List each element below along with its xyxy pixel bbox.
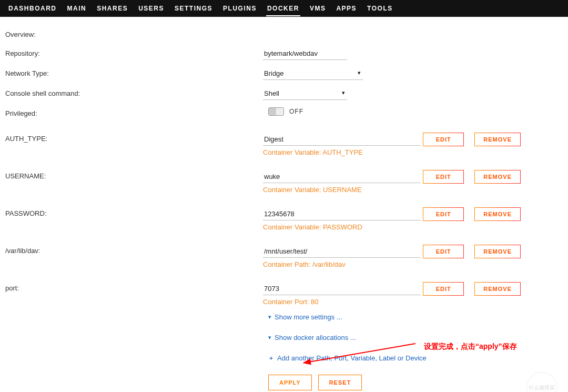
field-row: port:EDITREMOVEContainer Port: 80 (5, 280, 568, 308)
edit-button[interactable]: EDIT (423, 133, 464, 146)
nav-users[interactable]: USERS (133, 1, 169, 16)
nav-dashboard[interactable]: DASHBOARD (3, 1, 62, 16)
edit-button[interactable]: EDIT (423, 282, 464, 296)
show-alloc-text: Show docker allocations ... (275, 334, 356, 341)
overview-label: Overview: (5, 28, 263, 38)
remove-button[interactable]: REMOVE (474, 170, 521, 184)
show-more-settings-link[interactable]: ▾ Show more settings ... (268, 313, 568, 321)
remove-button[interactable]: REMOVE (474, 207, 521, 221)
remove-button[interactable]: REMOVE (474, 133, 521, 146)
show-docker-allocations-link[interactable]: ▾ Show docker allocations ... (268, 334, 568, 341)
privileged-label: Privileged: (5, 107, 263, 117)
apply-button[interactable]: APPLY (268, 375, 312, 390)
field-label: AUTH_TYPE: (5, 133, 263, 143)
nav-vms[interactable]: VMS (305, 1, 331, 16)
chevron-down-icon: ▾ (268, 334, 271, 341)
docker-edit-page: Overview: Repository: Network Type: Brid… (0, 17, 568, 392)
nav-docker[interactable]: DOCKER (262, 1, 305, 16)
plus-icon: ＋ (268, 354, 274, 362)
show-more-text: Show more settings ... (275, 313, 342, 321)
network-type-select[interactable]: Bridge (263, 67, 363, 80)
nav-tools[interactable]: TOOLS (362, 1, 398, 16)
field-caption: Container Path: /var/lib/dav (263, 260, 346, 268)
add-another-text: Add another Path, Port, Variable, Label … (277, 354, 427, 362)
privileged-state: OFF (289, 108, 303, 115)
field-label: USERNAME: (5, 170, 263, 180)
repository-label: Repository: (5, 47, 263, 57)
nav-apps[interactable]: APPS (331, 1, 362, 16)
field-row: AUTH_TYPE:EDITREMOVEContainer Variable: … (5, 130, 568, 158)
field-caption: Container Variable: AUTH_TYPE (263, 148, 363, 156)
top-nav: DASHBOARDMAINSHARESUSERSSETTINGSPLUGINSD… (0, 0, 568, 17)
nav-settings[interactable]: SETTINGS (169, 1, 218, 16)
edit-button[interactable]: EDIT (423, 245, 464, 258)
console-shell-select[interactable]: Shell (263, 87, 347, 100)
repository-input[interactable] (263, 47, 347, 60)
field-input[interactable] (263, 283, 421, 295)
field-row: /var/lib/dav:EDITREMOVEContainer Path: /… (5, 243, 568, 270)
field-input[interactable] (263, 133, 421, 146)
field-input[interactable] (263, 208, 421, 220)
nav-plugins[interactable]: PLUGINS (218, 1, 262, 16)
console-shell-label: Console shell command: (5, 87, 263, 97)
field-input[interactable] (263, 170, 421, 183)
reset-button[interactable]: RESET (318, 375, 362, 390)
add-another-link[interactable]: ＋ Add another Path, Port, Variable, Labe… (268, 354, 568, 362)
remove-button[interactable]: REMOVE (474, 282, 521, 296)
privileged-toggle[interactable]: OFF (268, 107, 303, 116)
network-type-label: Network Type: (5, 67, 263, 77)
nav-shares[interactable]: SHARES (92, 1, 133, 16)
nav-main[interactable]: MAIN (62, 1, 92, 16)
field-caption: Container Port: 80 (263, 298, 319, 306)
edit-button[interactable]: EDIT (423, 170, 464, 184)
chevron-down-icon: ▾ (268, 314, 271, 320)
field-row: USERNAME:EDITREMOVEContainer Variable: U… (5, 168, 568, 196)
field-label: PASSWORD: (5, 207, 263, 217)
field-label: /var/lib/dav: (5, 245, 263, 255)
field-input[interactable] (263, 245, 421, 258)
edit-button[interactable]: EDIT (423, 207, 464, 221)
annotation-text: 设置完成，点击“apply”保存 (424, 342, 517, 351)
field-label: port: (5, 282, 263, 292)
field-caption: Container Variable: PASSWORD (263, 223, 362, 231)
field-row: PASSWORD:EDITREMOVEContainer Variable: P… (5, 205, 568, 233)
remove-button[interactable]: REMOVE (474, 245, 521, 258)
field-caption: Container Variable: USERNAME (263, 186, 362, 194)
